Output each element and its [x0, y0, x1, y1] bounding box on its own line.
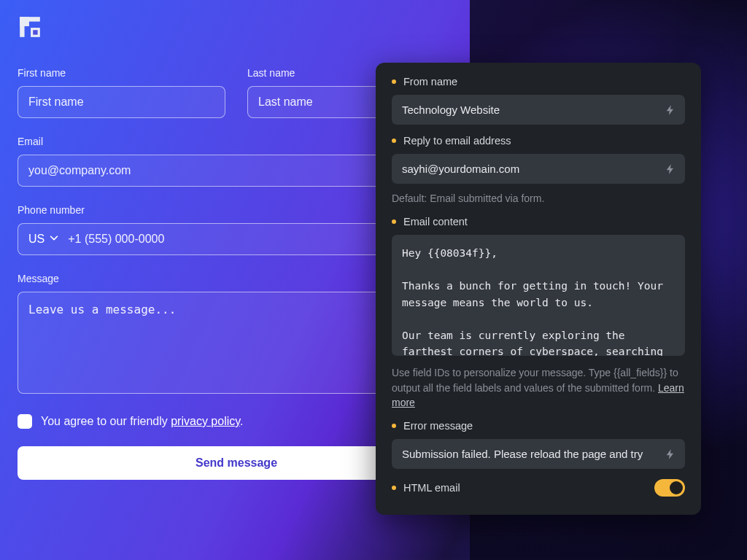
- lightning-icon[interactable]: [665, 163, 676, 175]
- email-content-help: Use field IDs to personalize your messag…: [392, 365, 685, 410]
- agree-text: You agree to our friendly privacy policy…: [41, 415, 244, 428]
- first-name-label: First name: [18, 67, 225, 79]
- agree-checkbox[interactable]: [18, 414, 32, 429]
- lightning-icon[interactable]: [665, 104, 676, 116]
- reply-to-label: Reply to email address: [403, 135, 511, 147]
- field-changed-dot: [392, 139, 396, 143]
- field-changed-dot: [392, 486, 396, 490]
- help-text: Use field IDs to personalize your messag…: [392, 367, 678, 393]
- from-name-label: From name: [403, 76, 457, 88]
- from-name-input[interactable]: [392, 95, 685, 125]
- svg-rect-4: [33, 30, 37, 34]
- html-email-toggle[interactable]: [654, 479, 685, 497]
- app-logo: [18, 15, 42, 39]
- agree-prefix: You agree to our friendly: [41, 415, 171, 427]
- error-message-input[interactable]: [392, 439, 685, 469]
- field-changed-dot: [392, 424, 396, 428]
- agree-suffix: .: [240, 415, 243, 427]
- field-changed-dot: [392, 219, 396, 224]
- privacy-policy-link[interactable]: privacy policy: [171, 415, 240, 427]
- chevron-down-icon: [49, 233, 59, 246]
- html-email-label: HTML email: [403, 482, 460, 494]
- toggle-knob: [670, 481, 683, 494]
- error-message-label: Error message: [403, 420, 473, 432]
- email-content-label: Email content: [403, 216, 468, 228]
- email-content-textarea[interactable]: [392, 235, 685, 356]
- lightning-icon[interactable]: [665, 448, 676, 460]
- country-code-value: US: [28, 233, 44, 246]
- autoresponder-panel: From name Reply to email address Default…: [376, 63, 701, 515]
- country-code-select[interactable]: US: [18, 224, 65, 254]
- reply-to-note: Default: Email submitted via form.: [392, 191, 685, 206]
- first-name-input[interactable]: [18, 86, 225, 118]
- field-changed-dot: [392, 79, 396, 84]
- svg-rect-2: [20, 17, 24, 37]
- reply-to-input[interactable]: [392, 154, 685, 184]
